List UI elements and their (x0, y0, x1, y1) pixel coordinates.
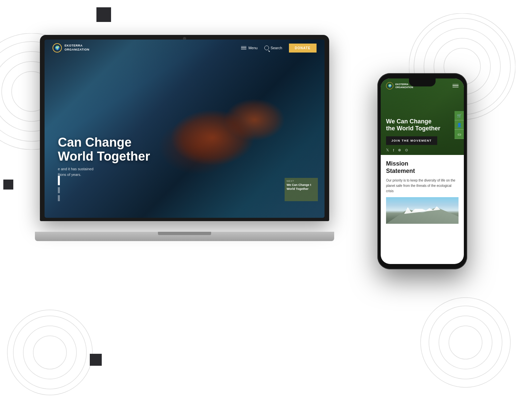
next-slide-label: NEXT (287, 180, 316, 182)
phone-mountain-shape (386, 205, 459, 224)
search-icon (264, 46, 269, 50)
laptop-nav-right: Menu Search DONATE (241, 44, 317, 53)
twitter-icon[interactable]: 𝕏 (386, 148, 389, 152)
deco-circles-bottom-left (7, 309, 93, 396)
laptop-next-slide[interactable]: NEXT We Can Change t World Together (285, 178, 318, 201)
deco-square-2 (3, 180, 13, 190)
svg-point-11 (439, 316, 492, 369)
phone-screen: 🌍 EKOTERRA ORGANIZATION We Can Change (381, 78, 464, 264)
instagram-icon[interactable]: ⊙ (405, 148, 408, 152)
phone-mountain-image (386, 197, 459, 224)
laptop-frame: 🌍 EKOTERRA ORGANIZATION Menu (40, 35, 329, 221)
phone-social-icons: 𝕏 f ⊕ ⊙ (386, 148, 408, 152)
deco-circles-bottom-right (419, 296, 512, 389)
facebook-icon[interactable]: f (393, 148, 394, 152)
svg-point-10 (449, 326, 482, 359)
laptop-navbar: 🌍 EKOTERRA ORGANIZATION Menu (45, 40, 325, 56)
svg-point-12 (429, 306, 502, 379)
laptop-search-button[interactable]: Search (264, 46, 282, 50)
slide-dot-2[interactable] (58, 187, 60, 193)
phone-frame: 🌍 EKOTERRA ORGANIZATION We Can Change (377, 73, 467, 269)
phone-notch (409, 78, 436, 86)
dribbble-icon[interactable]: ⊕ (398, 148, 401, 152)
phone-cta-button[interactable]: JOIN THE MOVEMENT (386, 136, 437, 145)
laptop-hinge (158, 232, 211, 235)
deco-square-1 (96, 7, 111, 22)
phone-cart-icon[interactable]: 🛒 (455, 111, 464, 120)
phone-mission-title: Mission Statement (386, 160, 459, 175)
laptop-menu-button[interactable]: Menu (241, 46, 258, 50)
laptop-hero-subtitle: e and it has sustained llions of years. (58, 166, 144, 178)
laptop-base (35, 232, 334, 241)
slide-dot-3[interactable] (58, 195, 60, 201)
svg-point-15 (23, 326, 76, 379)
phone-sidebar-icons: 🛒 👤 ▭ (455, 111, 464, 139)
deco-square-4 (90, 354, 102, 366)
laptop-mockup: 🌍 EKOTERRA ORGANIZATION Menu (40, 35, 329, 241)
laptop-menu-label: Menu (248, 46, 258, 50)
svg-point-13 (421, 298, 510, 387)
laptop-hero-title: Can Change World Together (58, 136, 150, 164)
phone-gallery-icon[interactable]: ▭ (455, 130, 464, 139)
phone-user-icon[interactable]: 👤 (455, 120, 464, 130)
phone-hero-title: We Can Change the World Together (386, 118, 459, 132)
branch-overlay (45, 40, 325, 218)
laptop-screen: 🌍 EKOTERRA ORGANIZATION Menu (45, 40, 325, 218)
phone-mockup: 🌍 EKOTERRA ORGANIZATION We Can Change (377, 73, 467, 269)
phone-hamburger-icon[interactable] (453, 84, 459, 88)
laptop-search-label: Search (271, 46, 282, 50)
laptop-hero-text: Can Change World Together e and it has s… (58, 136, 150, 178)
hamburger-icon (241, 46, 246, 50)
laptop-logo: 🌍 EKOTERRA ORGANIZATION (53, 43, 89, 53)
phone-mission-section: Mission Statement Our priority is to kee… (381, 155, 464, 229)
slide-dot-active[interactable] (58, 176, 60, 185)
laptop-logo-icon: 🌍 (53, 43, 62, 53)
svg-point-16 (13, 316, 86, 389)
laptop-slide-dots (58, 176, 60, 201)
phone-hero: 🌍 EKOTERRA ORGANIZATION We Can Change (381, 78, 464, 155)
phone-mission-body: Our priority is to keep the diversity of… (386, 178, 459, 194)
svg-point-17 (7, 310, 92, 395)
svg-point-14 (33, 336, 66, 369)
laptop-logo-text: EKOTERRA ORGANIZATION (65, 44, 89, 52)
phone-logo-icon: 🌍 (386, 82, 393, 89)
next-slide-title: We Can Change t World Together (287, 183, 316, 191)
laptop-donate-button[interactable]: DONATE (289, 44, 317, 53)
phone-hero-content: We Can Change the World Together JOIN TH… (386, 118, 459, 145)
